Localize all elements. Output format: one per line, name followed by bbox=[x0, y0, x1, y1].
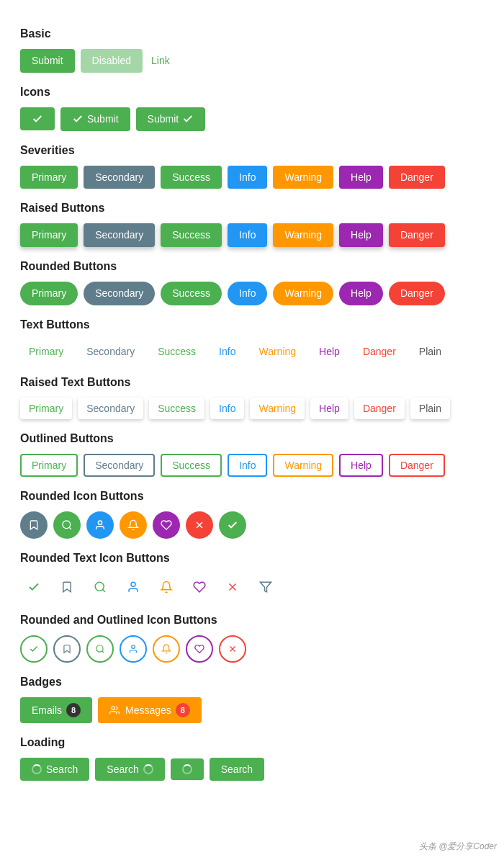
loading-search-spinner-left-button[interactable]: Search bbox=[20, 758, 89, 781]
severity-info-button[interactable]: Info bbox=[228, 166, 267, 189]
rounded-info-button[interactable]: Info bbox=[228, 282, 267, 305]
raised-text-primary-button[interactable]: Primary bbox=[20, 398, 72, 419]
severity-secondary-button[interactable]: Secondary bbox=[84, 166, 155, 189]
raised-secondary-button[interactable]: Secondary bbox=[84, 223, 155, 247]
text-icon-filter-button[interactable] bbox=[252, 573, 279, 601]
round-heart-button[interactable] bbox=[153, 511, 180, 539]
rounded-danger-button[interactable]: Danger bbox=[389, 282, 445, 305]
outlined-danger-button[interactable]: Danger bbox=[389, 454, 445, 477]
submit-check-button[interactable]: Submit bbox=[136, 107, 206, 131]
severity-primary-button[interactable]: Primary bbox=[20, 166, 78, 189]
user-outlined-icon bbox=[128, 644, 138, 654]
raised-primary-button[interactable]: Primary bbox=[20, 223, 78, 247]
text-icon-user-button[interactable] bbox=[120, 573, 147, 601]
severity-danger-button[interactable]: Danger bbox=[389, 166, 445, 189]
rounded-outlined-user-button[interactable] bbox=[120, 635, 147, 663]
submit-button[interactable]: Submit bbox=[20, 49, 75, 73]
raised-text-success-button[interactable]: Success bbox=[149, 398, 204, 419]
svg-point-0 bbox=[63, 521, 71, 529]
raised-danger-button[interactable]: Danger bbox=[389, 223, 445, 247]
messages-badge-button[interactable]: Messages 8 bbox=[98, 697, 202, 723]
rounded-warning-button[interactable]: Warning bbox=[273, 282, 333, 305]
section-title-loading: Loading bbox=[20, 736, 484, 749]
icon-check-only-button[interactable] bbox=[20, 107, 55, 130]
outlined-warning-button[interactable]: Warning bbox=[273, 454, 333, 477]
svg-point-16 bbox=[112, 707, 115, 710]
emails-badge-button[interactable]: Emails 8 bbox=[20, 697, 92, 723]
loading-spinner-only-button[interactable] bbox=[171, 758, 204, 780]
loading-search-plain-button[interactable]: Search bbox=[210, 758, 264, 781]
loading-search-label-2: Search bbox=[107, 763, 138, 775]
loading-search-spinner-right-button[interactable]: Search bbox=[95, 758, 164, 781]
rounded-help-button[interactable]: Help bbox=[339, 282, 383, 305]
round-bookmark-button[interactable] bbox=[20, 511, 48, 539]
round-check-button[interactable] bbox=[219, 511, 246, 539]
outlined-secondary-button[interactable]: Secondary bbox=[84, 454, 155, 477]
text-primary-button[interactable]: Primary bbox=[20, 340, 72, 363]
search-icon bbox=[61, 519, 73, 531]
text-info-button[interactable]: Info bbox=[210, 340, 244, 363]
rounded-primary-button[interactable]: Primary bbox=[20, 282, 78, 305]
severity-success-button[interactable]: Success bbox=[161, 166, 222, 189]
text-icon-heart-button[interactable] bbox=[186, 573, 213, 601]
rounded-text-icon-btn-row bbox=[20, 573, 484, 601]
disabled-button: Disabled bbox=[81, 49, 143, 73]
text-icon-x-button[interactable] bbox=[219, 573, 246, 601]
check-text-icon bbox=[27, 581, 40, 594]
outlined-primary-button[interactable]: Primary bbox=[20, 454, 78, 477]
round-search-button[interactable] bbox=[53, 511, 81, 539]
section-title-icons: Icons bbox=[20, 86, 484, 99]
section-outlined: Outlined Buttons Primary Secondary Succe… bbox=[20, 432, 484, 477]
rounded-outlined-search-button[interactable] bbox=[86, 635, 114, 663]
spinner-icon-2 bbox=[143, 764, 153, 774]
rounded-outlined-bookmark-button[interactable] bbox=[53, 635, 81, 663]
icon-check-submit-button[interactable]: Submit bbox=[60, 107, 130, 131]
raised-text-secondary-button[interactable]: Secondary bbox=[78, 398, 143, 419]
loading-btn-row: Search Search Search bbox=[20, 758, 484, 781]
outlined-info-button[interactable]: Info bbox=[228, 454, 267, 477]
raised-help-button[interactable]: Help bbox=[339, 223, 383, 247]
outlined-success-button[interactable]: Success bbox=[161, 454, 222, 477]
emails-count-badge: 8 bbox=[66, 703, 81, 717]
rounded-success-button[interactable]: Success bbox=[161, 282, 222, 305]
user-text-icon bbox=[127, 581, 140, 594]
severity-warning-button[interactable]: Warning bbox=[273, 166, 333, 189]
outlined-btn-row: Primary Secondary Success Info Warning H… bbox=[20, 454, 484, 477]
raised-text-help-button[interactable]: Help bbox=[310, 398, 348, 419]
text-secondary-button[interactable]: Secondary bbox=[78, 340, 143, 363]
raised-text-warning-button[interactable]: Warning bbox=[250, 398, 305, 419]
rounded-secondary-button[interactable]: Secondary bbox=[84, 282, 155, 305]
loading-search-label-1: Search bbox=[46, 763, 78, 775]
rounded-outlined-heart-button[interactable] bbox=[186, 635, 213, 663]
raised-text-info-button[interactable]: Info bbox=[210, 398, 244, 419]
svg-point-2 bbox=[98, 521, 102, 524]
section-basic: Basic Submit Disabled Link bbox=[20, 27, 484, 73]
raised-success-button[interactable]: Success bbox=[161, 223, 222, 247]
text-icon-check-button[interactable] bbox=[20, 573, 48, 601]
severity-help-button[interactable]: Help bbox=[339, 166, 383, 189]
round-user-button[interactable] bbox=[86, 511, 114, 539]
raised-warning-button[interactable]: Warning bbox=[273, 223, 333, 247]
rounded-outlined-x-button[interactable] bbox=[219, 635, 246, 663]
link-button[interactable]: Link bbox=[148, 49, 173, 73]
text-warning-button[interactable]: Warning bbox=[250, 340, 305, 363]
text-icon-search-button[interactable] bbox=[86, 573, 114, 601]
rounded-outlined-bell-button[interactable] bbox=[153, 635, 180, 663]
raised-info-button[interactable]: Info bbox=[228, 223, 267, 247]
text-success-button[interactable]: Success bbox=[149, 340, 204, 363]
round-x-button[interactable] bbox=[186, 511, 213, 539]
outlined-help-button[interactable]: Help bbox=[339, 454, 383, 477]
text-icon-bell-button[interactable] bbox=[153, 573, 180, 601]
raised-text-danger-button[interactable]: Danger bbox=[354, 398, 405, 419]
svg-line-6 bbox=[102, 589, 104, 591]
emails-label: Emails bbox=[32, 704, 62, 716]
raised-text-plain-button[interactable]: Plain bbox=[410, 398, 450, 419]
bookmark-icon bbox=[28, 519, 40, 531]
text-danger-button[interactable]: Danger bbox=[354, 340, 405, 363]
text-icon-bookmark-button[interactable] bbox=[53, 573, 81, 601]
round-bell-button[interactable] bbox=[120, 511, 147, 539]
text-plain-button[interactable]: Plain bbox=[410, 340, 450, 363]
rounded-outlined-check-button[interactable] bbox=[20, 635, 48, 663]
bookmark-text-icon bbox=[60, 581, 73, 594]
text-help-button[interactable]: Help bbox=[310, 340, 348, 363]
